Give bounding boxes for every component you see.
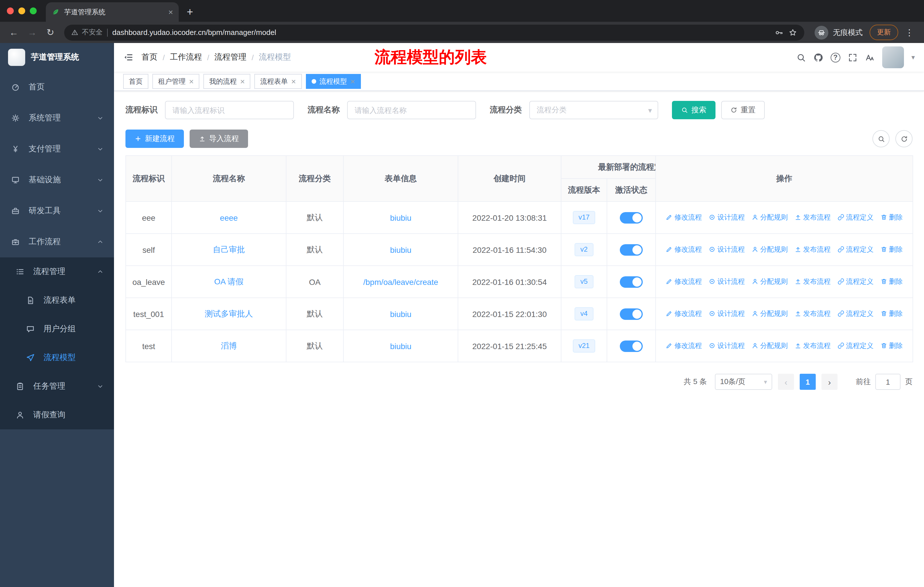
import-process-button[interactable]: 导入流程 [190, 129, 248, 148]
current-page-button[interactable]: 1 [800, 374, 816, 390]
sidebar-group-task-manage[interactable]: 任务管理 [0, 372, 114, 401]
design-process-link[interactable]: 设计流程 [709, 277, 745, 287]
publish-process-link[interactable]: 发布流程 [795, 213, 831, 222]
next-page-button[interactable] [822, 374, 838, 390]
delete-link[interactable]: 删除 [880, 245, 903, 255]
password-key-icon[interactable] [774, 28, 784, 37]
process-definition-link[interactable]: 流程定义 [838, 309, 874, 319]
active-toggle[interactable] [620, 244, 643, 255]
new-tab-button[interactable] [179, 2, 201, 22]
address-bar[interactable]: 不安全 dashboard.yudao.iocoder.cn/bpm/manag… [64, 24, 804, 40]
sidebar-group-process-manage[interactable]: 流程管理 [0, 257, 114, 286]
sidebar-group-devtools[interactable]: 研发工具 [0, 195, 114, 227]
tag-close-icon[interactable] [350, 77, 355, 85]
bookmark-star-icon[interactable] [788, 28, 797, 37]
publish-process-link[interactable]: 发布流程 [795, 277, 831, 287]
github-icon[interactable] [813, 53, 823, 62]
sidebar-item-leave-query[interactable]: 请假查询 [0, 401, 114, 429]
breadcrumb-workflow[interactable]: 工作流程 [170, 52, 202, 63]
search-button[interactable]: 搜索 [672, 101, 716, 119]
form-info-link[interactable]: /bpm/oa/leave/create [343, 266, 458, 298]
back-button[interactable] [6, 24, 22, 40]
tag-close-icon[interactable] [291, 77, 296, 85]
sidebar-item-user-group[interactable]: 用户分组 [0, 315, 114, 343]
delete-link[interactable]: 删除 [880, 309, 903, 319]
sidebar-toggle[interactable] [123, 52, 134, 63]
help-icon[interactable] [831, 53, 840, 62]
active-toggle[interactable] [620, 340, 643, 352]
reload-button[interactable] [42, 24, 58, 40]
publish-process-link[interactable]: 发布流程 [795, 245, 831, 255]
breadcrumb-process-manage[interactable]: 流程管理 [214, 52, 247, 63]
process-definition-link[interactable]: 流程定义 [838, 213, 874, 222]
model-name-link[interactable]: 测试多审批人 [172, 298, 286, 330]
tab-close-icon[interactable] [168, 8, 173, 16]
process-id-input[interactable] [165, 101, 294, 119]
refresh-table-button[interactable] [895, 130, 912, 147]
modify-process-link[interactable]: 修改流程 [666, 277, 702, 287]
sidebar-group-payment[interactable]: 支付管理 [0, 134, 114, 165]
tag-home[interactable]: 首页 [123, 74, 148, 89]
sidebar-group-workflow[interactable]: 工作流程 [0, 227, 114, 257]
sidebar-item-home[interactable]: 首页 [0, 72, 114, 103]
form-info-link[interactable]: biubiu [343, 202, 458, 233]
assign-rule-link[interactable]: 分配规则 [752, 245, 788, 255]
assign-rule-link[interactable]: 分配规则 [752, 341, 788, 351]
window-close-button[interactable] [7, 7, 14, 14]
process-category-select[interactable]: 流程分类 [529, 101, 658, 119]
window-zoom-button[interactable] [30, 7, 37, 14]
window-minimize-button[interactable] [18, 7, 25, 14]
active-toggle[interactable] [620, 276, 643, 288]
fullscreen-icon[interactable] [848, 53, 858, 62]
prev-page-button[interactable] [778, 374, 794, 390]
publish-process-link[interactable]: 发布流程 [795, 309, 831, 319]
browser-menu-icon[interactable] [901, 27, 918, 38]
create-process-button[interactable]: 新建流程 [125, 129, 184, 148]
tag-tenant-manage[interactable]: 租户管理 [152, 74, 200, 89]
assign-rule-link[interactable]: 分配规则 [752, 213, 788, 222]
sidebar-group-infra[interactable]: 基础设施 [0, 165, 114, 195]
tag-process-model[interactable]: 流程模型 [305, 74, 361, 89]
tag-my-process[interactable]: 我的流程 [203, 74, 250, 89]
modify-process-link[interactable]: 修改流程 [666, 309, 702, 319]
tag-process-form[interactable]: 流程表单 [255, 74, 302, 89]
active-toggle[interactable] [620, 212, 643, 223]
sidebar-item-process-model[interactable]: 流程模型 [0, 343, 114, 372]
browser-tab[interactable]: 芋道管理系统 [46, 2, 179, 22]
form-info-link[interactable]: biubiu [343, 298, 458, 330]
form-info-link[interactable]: biubiu [343, 233, 458, 266]
user-avatar[interactable] [882, 46, 904, 68]
font-size-icon[interactable] [865, 53, 875, 62]
design-process-link[interactable]: 设计流程 [709, 245, 745, 255]
design-process-link[interactable]: 设计流程 [709, 341, 745, 351]
model-name-link[interactable]: eeee [172, 202, 286, 233]
process-name-input[interactable] [347, 101, 476, 119]
design-process-link[interactable]: 设计流程 [709, 213, 745, 222]
design-process-link[interactable]: 设计流程 [709, 309, 745, 319]
toggle-search-button[interactable] [873, 130, 889, 147]
delete-link[interactable]: 删除 [880, 341, 903, 351]
page-size-select[interactable]: 10条/页 [715, 374, 772, 390]
assign-rule-link[interactable]: 分配规则 [752, 277, 788, 287]
forward-button[interactable] [24, 24, 40, 40]
process-definition-link[interactable]: 流程定义 [838, 277, 874, 287]
reset-button[interactable]: 重置 [721, 101, 765, 119]
process-definition-link[interactable]: 流程定义 [838, 341, 874, 351]
modify-process-link[interactable]: 修改流程 [666, 245, 702, 255]
process-definition-link[interactable]: 流程定义 [838, 245, 874, 255]
model-name-link[interactable]: 自己审批 [172, 233, 286, 266]
security-chip[interactable]: 不安全 [71, 28, 102, 37]
publish-process-link[interactable]: 发布流程 [795, 341, 831, 351]
delete-link[interactable]: 删除 [880, 213, 903, 222]
tag-close-icon[interactable] [240, 77, 244, 85]
active-toggle[interactable] [620, 308, 643, 319]
modify-process-link[interactable]: 修改流程 [666, 341, 702, 351]
delete-link[interactable]: 删除 [880, 277, 903, 287]
avatar-caret-icon[interactable] [911, 53, 915, 61]
modify-process-link[interactable]: 修改流程 [666, 213, 702, 222]
breadcrumb-home[interactable]: 首页 [142, 52, 158, 63]
model-name-link[interactable]: OA 请假 [172, 266, 286, 298]
form-info-link[interactable]: biubiu [343, 330, 458, 362]
model-name-link[interactable]: 滔博 [172, 330, 286, 362]
goto-page-input[interactable] [875, 374, 901, 390]
